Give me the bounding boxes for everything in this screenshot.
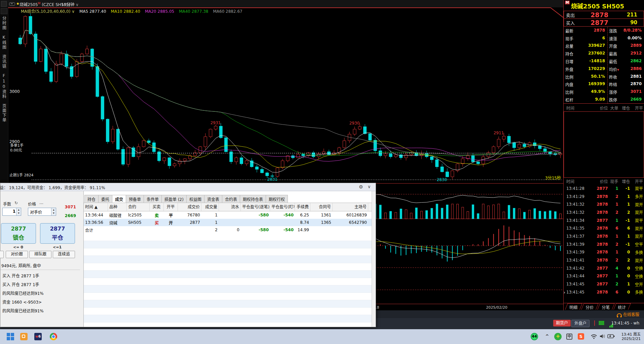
ask-label: 卖出 [564, 12, 579, 18]
scrollbar[interactable] [372, 191, 376, 327]
app-icon-orange[interactable] [20, 333, 28, 340]
quote-cell-杠杆: 杠杆9.09 [564, 97, 607, 103]
price-mode-select[interactable]: 对手价 ▲▼ [28, 208, 56, 216]
sidebar-item-4[interactable]: F10资料 [1, 73, 7, 99]
orders-table-row[interactable]: 13:36:56烧碱SH505买开287718.7413656542790 [84, 219, 372, 226]
wh6-app-icon[interactable]: w6 [34, 333, 42, 340]
quote-tab-明细[interactable]: 明细 [565, 303, 582, 310]
orders-table-row[interactable]: 合计20-580-54014.99 [84, 226, 372, 234]
tick-row[interactable]: 13:41:32287811双开 [564, 200, 644, 208]
follow-button-3[interactable]: 连续追 [53, 251, 75, 258]
quote-tab-分笔[interactable]: 分笔 [597, 303, 615, 310]
orders-tab-权益图[interactable]: 权益图 [187, 195, 204, 203]
quote-tab-分价[interactable]: 分价 [581, 303, 599, 310]
lock-position-button[interactable]: 2877 锁仓 [1, 223, 36, 244]
orders-tab-成交[interactable]: 成交 [112, 195, 126, 203]
lots-stepper[interactable]: ▲▼ [16, 208, 21, 215]
col-header[interactable]: 手续费 [295, 203, 310, 211]
tick-row[interactable]: 13:41:3928782-1空平 [564, 240, 644, 248]
online-support-link[interactable]: 在线客服 [617, 311, 639, 317]
col-header[interactable]: 买卖 [150, 203, 164, 211]
window-menu-icon[interactable] [1, 1, 7, 7]
price-options-dots[interactable]: … [39, 200, 43, 205]
sidebar-item-3[interactable]: 资讯链 [1, 55, 7, 69]
sidebar-item-5[interactable]: 页面下单 [1, 104, 7, 123]
col-header[interactable]: 成交量 [201, 203, 219, 211]
tick-row[interactable]: 13:41:42287740空换 [564, 264, 644, 272]
sogou-icon[interactable]: S [578, 333, 584, 340]
windows-start-icon[interactable] [7, 333, 14, 340]
futures-account-button[interactable]: 期货户 [553, 320, 571, 326]
sidebar-item-1[interactable]: 分时图 [1, 16, 7, 30]
orders-tab-条件单[interactable]: 条件单 [144, 195, 162, 203]
tray-badge-44[interactable]: 44 [531, 333, 538, 340]
col-header[interactable]: 平仓盈亏(盯市) [270, 203, 295, 211]
battery-icon[interactable] [607, 334, 615, 342]
col-header[interactable]: 平仓盈亏(逐笔) [241, 203, 270, 211]
tick-volume: 2 [608, 242, 618, 247]
refresh-icon[interactable]: ↻ [14, 201, 18, 205]
col-header[interactable]: 成交价 [178, 203, 201, 211]
quote-cell-开盘: 开盘2889 [607, 43, 644, 49]
tick-row[interactable]: 13:41:45287721空开 [564, 280, 644, 288]
keyboard-icon[interactable] [599, 321, 604, 325]
follow-button-clipped[interactable] [0, 251, 4, 258]
orders-tab-持仓[interactable]: 持仓 [84, 195, 99, 203]
col-header[interactable]: 合约 [127, 203, 150, 211]
tick-row[interactable]: 13:41:2828771-1双平 [564, 184, 644, 193]
bid-row[interactable]: 买入 2877 90 [564, 19, 644, 26]
tick-row[interactable]: 13:41:35287866双开 [564, 224, 644, 232]
orders-tab-委托[interactable]: 委托 [99, 195, 112, 203]
tick-row[interactable]: 13:41:37287811双开 [564, 232, 644, 240]
col-header[interactable]: 流水 [219, 203, 241, 211]
lots-input[interactable]: 1 ▲▼ [2, 208, 21, 216]
tick-row[interactable]: 13:41:32287822双开 [564, 208, 644, 216]
col-header[interactable]: 品种 [108, 203, 127, 211]
cell-time: 合计 [84, 227, 108, 233]
follow-button-1[interactable]: 对价跟 [6, 251, 28, 258]
collapse-icon[interactable]: ∨ [368, 184, 371, 189]
col-header[interactable]: 开平 [164, 203, 178, 211]
follow-button-2[interactable]: 排队跟 [29, 251, 51, 258]
tick-row[interactable]: 13:41:29287821多开 [564, 193, 644, 201]
period-selector[interactable]: 15分钟 ∨ [61, 1, 79, 7]
quote-label: 涨停 [607, 89, 617, 95]
quote-label: 内盘 [564, 81, 573, 87]
orders-tab-期权持仓表[interactable]: 期权持仓表 [240, 195, 266, 203]
empty-row [84, 248, 372, 256]
tick-row[interactable]: 13:41:45›287860多换 [564, 288, 644, 296]
gear-icon[interactable]: ⚙ [359, 184, 363, 190]
col-header[interactable]: 主场号 [333, 203, 368, 211]
price-stepper[interactable]: ▲▼ [51, 208, 56, 215]
sidebar-item-2[interactable]: K线图 [1, 35, 7, 50]
quote-tab-统计[interactable]: 统计 [613, 303, 631, 310]
tick-row[interactable]: 13:41:3428771-1双平 [564, 216, 644, 225]
speaker-icon[interactable] [599, 334, 607, 341]
orders-tab-损盈单 (2)[interactable]: 损盈单 (2) [162, 195, 187, 203]
quote-value: -14818 [573, 59, 607, 64]
tick-row[interactable]: 13:41:41287822双开 [564, 256, 644, 264]
orders-table-row[interactable]: 13:36:44碳酸锂lc2505卖平767801-580-5406.25136… [84, 211, 372, 219]
col-header[interactable]: 时间 ▲ [84, 203, 108, 211]
sidebar-corner-button[interactable] [1, 8, 7, 14]
wifi-icon[interactable] [591, 334, 598, 341]
ime-icon[interactable]: 中 [566, 334, 572, 340]
close-position-button[interactable]: 2877 平仓 [40, 223, 75, 244]
link-icon[interactable] [9, 2, 15, 6]
trade-window-titlebar[interactable]: 权益： 19,124，可用资金： 1,699，资金使用率： 91.11% ⚙ ∨ [0, 183, 376, 191]
orders-tab-资金表[interactable]: 资金表 [204, 195, 222, 203]
tick-row[interactable]: 13:41:39287810多换 [564, 248, 644, 256]
tick-row[interactable]: 13:41:44287710空换 [564, 272, 644, 280]
quote-label: 涨跌 [607, 28, 617, 34]
taskbar-clock[interactable]: 13:41 周五2025/2/21 [621, 332, 641, 341]
antivirus-icon[interactable]: + [554, 333, 562, 340]
col-header[interactable]: 合同号 [310, 203, 333, 211]
chrome-icon[interactable] [50, 333, 57, 340]
tray-expand-icon[interactable]: ^ [543, 334, 551, 341]
orders-tab-预备单[interactable]: 预备单 [126, 195, 144, 203]
cell-pnl1: -580 [241, 228, 270, 232]
external-account-button[interactable]: 外盘户 [571, 320, 590, 327]
orders-tab-期权行权[interactable]: 期权行权 [266, 195, 288, 203]
ask-row[interactable]: 卖出 2878 211 [564, 11, 644, 19]
orders-tab-合约表[interactable]: 合约表 [222, 195, 240, 203]
